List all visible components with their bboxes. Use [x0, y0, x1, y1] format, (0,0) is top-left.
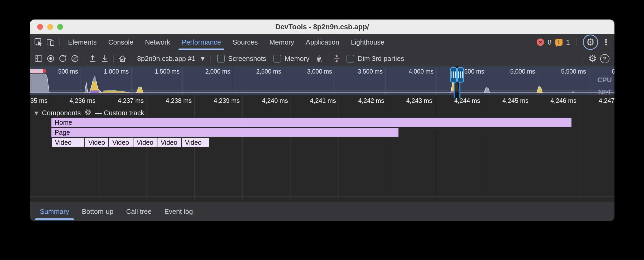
- selection-left-handle[interactable]: [450, 67, 457, 83]
- zoom-window-button[interactable]: [57, 24, 63, 30]
- tab-performance[interactable]: Performance: [176, 34, 227, 50]
- divider: [576, 38, 576, 46]
- target-selector-dropdown[interactable]: 8p2n9n.csb.app #1 ▼: [137, 55, 205, 63]
- flame-bar-video[interactable]: Video: [133, 138, 157, 147]
- splitter-line: [30, 196, 614, 197]
- grip-line: [460, 71, 461, 78]
- tab-summary[interactable]: Summary: [33, 202, 75, 221]
- performance-toolbar: 8p2n9n.csb.app #1 ▼ Screenshots Memory: [30, 50, 614, 67]
- flame-bar-video[interactable]: Video: [52, 138, 84, 147]
- gridline: [194, 95, 195, 202]
- divider: [131, 55, 131, 62]
- minimize-window-button[interactable]: [47, 24, 53, 30]
- expander-triangle-icon[interactable]: ▼: [35, 110, 38, 116]
- grip-line: [458, 71, 459, 78]
- status-badges: × 8 ! 1 ⚙ ⋮: [537, 35, 614, 50]
- flame-bar-video[interactable]: Video: [157, 138, 181, 147]
- collapse-tracks-button[interactable]: [331, 52, 343, 65]
- tab-event-log[interactable]: Event log: [158, 202, 199, 221]
- ruler-tick-label: 4,247 ms: [559, 97, 614, 104]
- tab-network[interactable]: Network: [139, 34, 176, 50]
- settings-focus-ring: ⚙: [583, 35, 598, 50]
- grip-line: [451, 71, 452, 78]
- collect-garbage-button[interactable]: [313, 52, 325, 65]
- inspect-icon: [34, 38, 43, 47]
- load-profile-button[interactable]: [86, 52, 99, 65]
- panel-left-icon: [34, 54, 43, 63]
- tab-sources[interactable]: Sources: [227, 34, 263, 50]
- tab-console[interactable]: Console: [102, 34, 139, 50]
- react-atom-icon: [84, 109, 91, 117]
- garbage-collect-brush-icon: [315, 54, 324, 63]
- dim-3rd-parties-checkbox[interactable]: [347, 55, 354, 62]
- home-button[interactable]: [116, 52, 128, 65]
- selection-right-line: [459, 82, 460, 95]
- cpu-lane-label: CPU: [597, 76, 612, 84]
- clear-recording-button[interactable]: [69, 52, 81, 65]
- panel-settings-button[interactable]: ⚙: [587, 52, 599, 65]
- inspect-element-button[interactable]: [32, 36, 45, 48]
- download-icon: [100, 54, 109, 63]
- error-count[interactable]: 8: [548, 38, 551, 46]
- overview-tick-label: 6,000 ms: [571, 68, 614, 75]
- memory-label: Memory: [285, 55, 309, 63]
- flame-bar-page[interactable]: Page: [51, 128, 398, 137]
- memory-checkbox[interactable]: [273, 55, 281, 62]
- tab-memory[interactable]: Memory: [263, 34, 300, 50]
- gridline: [579, 95, 579, 202]
- screenshots-label: Screenshots: [228, 55, 266, 63]
- divider: [84, 55, 84, 62]
- tab-elements[interactable]: Elements: [62, 34, 102, 50]
- screenshots-checkbox-row[interactable]: Screenshots: [217, 55, 266, 63]
- reload-icon: [58, 54, 67, 63]
- record-button[interactable]: [45, 52, 57, 65]
- tab-lighthouse[interactable]: Lighthouse: [345, 34, 390, 50]
- upload-icon: [88, 54, 97, 63]
- tab-bottom-up[interactable]: Bottom-up: [75, 202, 120, 221]
- gridline: [339, 95, 339, 202]
- more-options-icon[interactable]: ⋮: [602, 37, 610, 47]
- clear-icon: [70, 54, 79, 63]
- target-selector-value: 8p2n9n.csb.app #1: [137, 55, 195, 63]
- warning-icon[interactable]: !: [555, 39, 563, 46]
- gridline: [435, 95, 435, 202]
- gridline: [146, 95, 147, 202]
- error-icon[interactable]: ×: [537, 38, 544, 46]
- window-titlebar: DevTools - 8p2n9n.csb.app/: [30, 20, 614, 34]
- device-toolbar-button[interactable]: [45, 36, 57, 48]
- record-icon: [46, 54, 55, 63]
- grip-line: [453, 71, 454, 78]
- toolbar-right-group: ⚙ ?: [581, 52, 614, 65]
- selection-right-handle[interactable]: [457, 67, 464, 83]
- timeline-overview[interactable]: 500 ms 1,000 ms 1,500 ms 2,000 ms 2,500 …: [30, 66, 614, 95]
- track-name: Components: [42, 109, 81, 117]
- flame-bar-video[interactable]: Video: [85, 138, 108, 147]
- divider: [328, 55, 328, 62]
- divider: [210, 55, 211, 62]
- warning-count[interactable]: 1: [566, 38, 570, 46]
- flame-bar-video[interactable]: Video: [182, 138, 209, 147]
- toggle-sidebar-button[interactable]: [32, 52, 45, 65]
- devtools-tabbar: Elements Console Network Performance Sou…: [30, 34, 614, 50]
- help-button[interactable]: ?: [599, 52, 611, 65]
- flame-bar-video[interactable]: Video: [109, 138, 133, 147]
- gridline: [291, 95, 291, 202]
- track-header-components[interactable]: ▼ Components — Custom track: [35, 109, 144, 117]
- tab-application[interactable]: Application: [300, 34, 345, 50]
- close-window-button[interactable]: [37, 24, 43, 30]
- gridline: [483, 95, 483, 202]
- tab-call-tree[interactable]: Call tree: [120, 202, 158, 221]
- divider: [584, 55, 584, 62]
- flame-bar-home[interactable]: Home: [51, 118, 571, 127]
- screenshots-checkbox[interactable]: [217, 55, 225, 62]
- save-profile-button[interactable]: [99, 52, 111, 65]
- settings-gear-icon[interactable]: ⚙: [586, 37, 595, 47]
- chevron-down-icon: ▼: [201, 56, 205, 61]
- record-and-reload-button[interactable]: [57, 52, 69, 65]
- dim-3rd-parties-checkbox-row[interactable]: Dim 3rd parties: [347, 55, 404, 63]
- window-title: DevTools - 8p2n9n.csb.app/: [275, 23, 369, 31]
- memory-checkbox-row[interactable]: Memory: [273, 55, 309, 63]
- traffic-lights: [37, 20, 63, 34]
- devtools-window: DevTools - 8p2n9n.csb.app/ Elements Cons…: [30, 20, 614, 221]
- collapse-icon: [332, 54, 341, 63]
